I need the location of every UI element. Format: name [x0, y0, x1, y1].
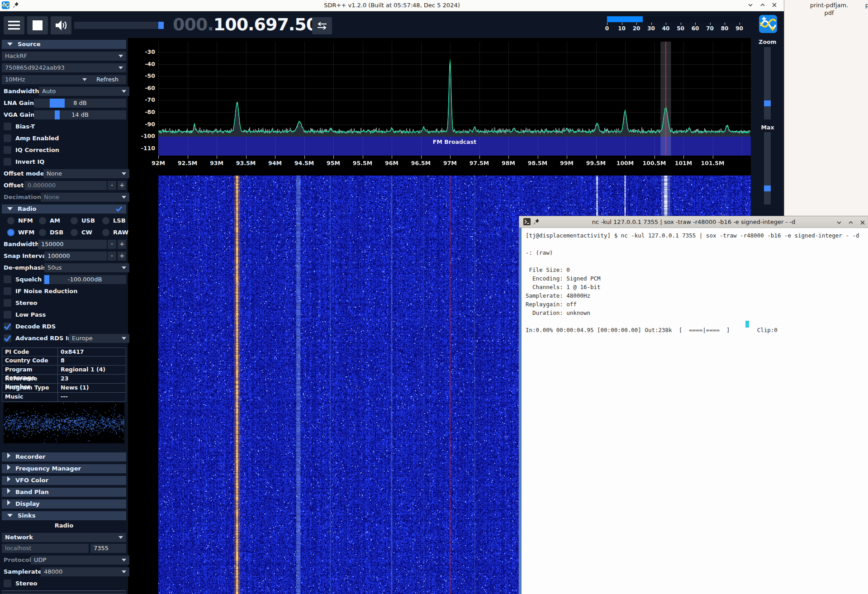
if-noise-reduction-checkbox[interactable]	[4, 287, 11, 295]
radio-bandwidth-input[interactable]: 150000	[38, 240, 107, 249]
frequency-tick-label[interactable]: 98.5M	[528, 160, 547, 166]
refresh-button[interactable]: Refresh	[89, 75, 126, 84]
mode-radio-lsb[interactable]	[102, 217, 109, 224]
panel-header-vfo-color[interactable]: VFO Color	[2, 476, 126, 485]
stereo-checkbox[interactable]	[4, 299, 11, 307]
stop-button[interactable]	[27, 16, 48, 34]
terminal-titlebar[interactable]: nc -kul 127.0.0.1 7355 | sox -traw -r480…	[519, 216, 868, 228]
source-device-dropdown[interactable]: HackRF	[2, 52, 126, 61]
serial-dropdown[interactable]: 750865d9242aab93	[2, 63, 126, 72]
frequency-tick-label[interactable]: 101M	[675, 160, 693, 166]
sink-samplerate-dropdown[interactable]: 48000	[41, 567, 129, 576]
frequency-tick-label[interactable]: 101.5M	[701, 160, 725, 166]
panel-header-band-plan[interactable]: Band Plan	[2, 488, 126, 497]
max-slider[interactable]	[764, 132, 771, 204]
volume-slider-handle[interactable]	[158, 22, 164, 29]
radio-bandwidth-minus[interactable]: -	[108, 240, 116, 249]
module-enabled-check-icon[interactable]	[115, 206, 123, 212]
zoom-slider[interactable]	[764, 47, 771, 119]
close-icon[interactable]	[859, 219, 866, 228]
offset-mode-dropdown[interactable]: None	[43, 169, 129, 178]
invert-iq-checkbox[interactable]	[4, 158, 11, 166]
low-pass-checkbox[interactable]	[4, 311, 11, 318]
sdrpp-titlebar[interactable]: SDR++ v1.2.0 (Built at 05:57:48, Dec 5 2…	[0, 0, 784, 11]
sink-stereo-checkbox[interactable]	[4, 580, 11, 587]
port-input[interactable]: 7355	[90, 544, 126, 553]
minimize-icon[interactable]	[747, 1, 757, 10]
close-icon[interactable]	[771, 1, 781, 10]
minimize-icon[interactable]	[836, 219, 842, 228]
terminal-scrollbar[interactable]	[519, 228, 522, 594]
frequency-tick-label[interactable]: 98M	[502, 160, 515, 166]
maximize-icon[interactable]	[759, 1, 769, 10]
frequency-tick-label[interactable]: 97.5M	[470, 160, 489, 166]
host-input[interactable]: localhost	[2, 544, 89, 553]
frequency-tick-label[interactable]: 95.5M	[353, 160, 372, 166]
maximize-icon[interactable]	[848, 219, 854, 228]
radio-bandwidth-plus[interactable]: +	[118, 240, 126, 249]
frequency-tick-label[interactable]: 96.5M	[411, 160, 431, 166]
frequency-tick-label[interactable]: 94.5M	[294, 160, 314, 166]
protocol-dropdown[interactable]: UDP	[31, 556, 129, 565]
frequency-tick-label[interactable]: 95M	[327, 160, 340, 166]
mode-radio-raw[interactable]	[102, 229, 109, 236]
menu-button[interactable]	[4, 16, 24, 34]
separator	[2, 590, 126, 591]
offset-input[interactable]: 0.000000	[24, 181, 107, 190]
frequency-tick-label[interactable]: 99M	[560, 160, 574, 166]
frequency-tick-label[interactable]: 92.5M	[178, 160, 197, 166]
frequency-tick-label[interactable]: 96M	[385, 160, 398, 166]
offset-plus-button[interactable]: +	[118, 181, 126, 190]
frequency-tick-label[interactable]: 97M	[443, 160, 457, 166]
panel-header-recorder[interactable]: Recorder	[2, 452, 126, 461]
volume-slider[interactable]	[74, 22, 160, 29]
mode-radio-usb[interactable]	[71, 217, 78, 224]
decode-rds-checkbox[interactable]	[4, 323, 11, 330]
frequency-tick-label[interactable]: 100M	[617, 160, 634, 166]
panel-header-display[interactable]: Display	[2, 499, 126, 508]
radio-panel-header[interactable]: Radio	[2, 204, 126, 214]
desktop-icon-print-pdfjam[interactable]: print-pdfjam. pdf	[803, 1, 855, 17]
swap-button[interactable]	[312, 17, 332, 34]
frequency-tick-label[interactable]: 92M	[152, 160, 165, 166]
frequency-tick-label[interactable]: 94M	[268, 160, 282, 166]
sinks-panel-header[interactable]: Sinks	[2, 511, 126, 520]
frequency-tick-label[interactable]: 93M	[210, 160, 223, 166]
decimation-dropdown[interactable]: None	[41, 193, 129, 202]
max-slider-handle[interactable]	[764, 185, 771, 191]
lna-gain-slider[interactable]: 8 dB	[34, 99, 126, 108]
snap-minus[interactable]: -	[108, 252, 116, 261]
sink-type-dropdown[interactable]: Network	[2, 533, 126, 542]
vga-gain-slider[interactable]: 14 dB	[34, 110, 126, 119]
deemphasis-dropdown[interactable]: 50us	[44, 263, 129, 272]
squelch-checkbox[interactable]	[4, 276, 11, 283]
vga-gain-label: VGA Gain	[4, 110, 34, 119]
frequency-display[interactable]: 000.100.697.500	[173, 14, 329, 34]
offset-minus-button[interactable]: -	[108, 181, 116, 190]
panel-header-frequency-manager[interactable]: Frequency Manager	[2, 464, 126, 473]
decimation-label: Decimation	[4, 193, 41, 202]
rds-region-dropdown[interactable]: Europe	[69, 334, 129, 343]
mode-radio-cw[interactable]	[71, 229, 78, 236]
frequency-tick-label[interactable]: 93.5M	[236, 160, 256, 166]
source-panel-header[interactable]: Source	[2, 40, 126, 49]
bias-t-checkbox[interactable]	[4, 123, 11, 130]
frequency-tick-label[interactable]: 100.5M	[643, 160, 666, 166]
desktop-icon-print[interactable]: print	[859, 1, 868, 9]
snap-plus[interactable]: +	[118, 252, 126, 261]
sdrpp-logo-button[interactable]	[759, 15, 777, 33]
squelch-slider[interactable]: -100.000dB	[43, 275, 126, 284]
bandwidth-dropdown[interactable]: Auto	[39, 87, 129, 96]
mute-button[interactable]	[51, 16, 71, 34]
advanced-rds-checkbox[interactable]	[4, 334, 11, 342]
snap-interval-input[interactable]: 100000	[44, 252, 107, 261]
iq-correction-checkbox[interactable]	[4, 146, 11, 154]
mode-radio-dsb[interactable]	[39, 229, 46, 236]
samplerate-dropdown-source[interactable]: 10MHz	[2, 75, 90, 84]
mode-radio-nfm[interactable]	[7, 217, 14, 224]
mode-radio-am[interactable]	[39, 217, 46, 224]
frequency-tick-label[interactable]: 99.5M	[586, 160, 606, 166]
mode-radio-wfm[interactable]	[7, 229, 14, 236]
zoom-slider-handle[interactable]	[764, 100, 771, 106]
amp-enabled-checkbox[interactable]	[4, 134, 11, 142]
